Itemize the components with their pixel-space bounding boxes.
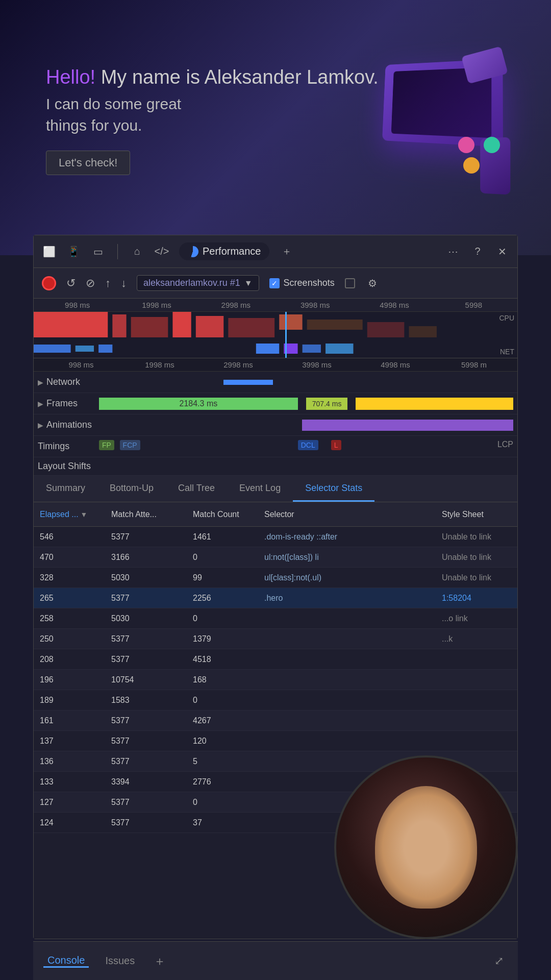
issues-tab[interactable]: Issues (101, 955, 139, 967)
table-row[interactable]: 328 5030 99 ul[class]:not(.ul) Unable to… (34, 568, 517, 588)
tab-selector-stats[interactable]: Selector Stats (293, 476, 374, 502)
table-row[interactable]: 258 5030 0 ...o link (34, 608, 517, 629)
add-tab-icon[interactable]: ＋ (280, 244, 294, 259)
td-elapsed: 124 (34, 818, 105, 827)
l-badge: L (331, 440, 341, 450)
svg-rect-15 (303, 345, 321, 353)
td-match-count: 1461 (187, 532, 258, 542)
screenshots-toggle[interactable]: ✓ Screenshots (269, 278, 335, 288)
download-icon[interactable]: ↓ (121, 277, 127, 290)
more-icon[interactable]: ⋯ (446, 244, 460, 259)
frames-expand-icon[interactable]: ▶ (38, 400, 43, 408)
table-row[interactable]: 265 5377 2256 .hero 1:58204 (34, 588, 517, 608)
td-elapsed: 161 (34, 716, 105, 725)
svg-rect-6 (279, 314, 302, 330)
animations-content (99, 418, 513, 433)
console-tab[interactable]: Console (43, 954, 89, 968)
upload-icon[interactable]: ↑ (105, 277, 111, 290)
time-label-2: 2998 ms (196, 301, 276, 309)
clear-icon[interactable]: ⊘ (86, 277, 95, 290)
time2-label-3: 3998 ms (278, 360, 356, 369)
animations-track: ▶ Animations (34, 414, 517, 436)
timing-markers: FP FCP DCL L LCP (99, 436, 513, 457)
home-icon[interactable]: ⌂ (130, 244, 144, 259)
extra-checkbox[interactable] (345, 278, 355, 288)
th-elapsed[interactable]: Elapsed ... ▼ (34, 510, 105, 519)
network-content (99, 375, 513, 390)
td-match-count: 4267 (187, 716, 258, 725)
td-match-count: 168 (187, 675, 258, 684)
device-toggle-icon[interactable]: 📱 (66, 244, 81, 259)
cpu-bars (34, 312, 497, 337)
tab-call-tree[interactable]: Call Tree (166, 476, 227, 502)
tab-event-log[interactable]: Event Log (227, 476, 293, 502)
drawer-icon[interactable]: ▭ (91, 244, 105, 259)
help-icon[interactable]: ? (470, 244, 485, 259)
table-row[interactable]: 189 1583 0 (34, 690, 517, 710)
table-row[interactable]: 137 5377 120 (34, 731, 517, 751)
table-row[interactable]: 196 10754 168 (34, 670, 517, 690)
th-selector[interactable]: Selector (258, 510, 436, 519)
td-selector: ul:not([class]) li (258, 553, 436, 562)
th-match-count[interactable]: Match Count (187, 510, 258, 519)
td-elapsed: 189 (34, 696, 105, 705)
sub-text: I can do some great things for you. (46, 93, 219, 136)
pip-icon[interactable]: ⤢ (490, 952, 508, 970)
svg-rect-2 (131, 317, 168, 337)
url-chip: aleksanderlamkov.ru #1 ▼ (137, 275, 259, 291)
td-match-att: 5377 (105, 737, 187, 746)
tab-bottom-up[interactable]: Bottom-Up (97, 476, 166, 502)
network-expand-icon[interactable]: ▶ (38, 378, 43, 386)
td-elapsed: 328 (34, 573, 105, 582)
performance-tab-label: Performance (203, 246, 261, 257)
td-match-count: 2256 (187, 594, 258, 603)
table-row[interactable]: 250 5377 1379 ...k (34, 629, 517, 649)
time-label-5: 5998 (434, 301, 513, 309)
td-stylesheet: Unable to link (436, 553, 517, 562)
svg-rect-8 (367, 322, 405, 337)
td-match-att: 5377 (105, 757, 187, 766)
frames-bar-2: 707.4 ms (306, 398, 347, 410)
add-panel-icon[interactable]: ＋ (151, 952, 168, 970)
source-icon[interactable]: </> (155, 244, 169, 259)
network-label: ▶ Network (38, 377, 99, 387)
animations-expand-icon[interactable]: ▶ (38, 421, 43, 429)
table-row[interactable]: 470 3166 0 ul:not([class]) li Unable to … (34, 547, 517, 568)
td-match-count: 37 (187, 818, 258, 827)
website-content: Hello! My name is Aleksander Lamkov. I c… (46, 66, 379, 175)
td-match-count: 0 (187, 696, 258, 705)
svg-rect-13 (256, 344, 279, 354)
td-elapsed: 265 (34, 594, 105, 603)
td-stylesheet: Unable to link (436, 573, 517, 582)
table-row[interactable]: 546 5377 1461 .dom-is-ready ::after Unab… (34, 527, 517, 547)
animations-label: ▶ Animations (38, 420, 99, 430)
reload-icon[interactable]: ↺ (66, 277, 76, 290)
sort-arrow-icon: ▼ (81, 510, 88, 519)
close-icon[interactable]: ✕ (495, 244, 509, 259)
time2-label-4: 4998 ms (356, 360, 435, 369)
td-elapsed: 127 (34, 798, 105, 807)
th-match-att[interactable]: Match Atte... (105, 510, 187, 519)
table-row[interactable]: 208 5377 4518 (34, 649, 517, 670)
screenshots-checkbox[interactable]: ✓ (269, 278, 280, 288)
svg-rect-10 (34, 345, 71, 353)
time2-label-2: 2998 ms (199, 360, 278, 369)
td-stylesheet[interactable]: 1:58204 (436, 594, 517, 603)
fp-badge: FP (99, 440, 114, 450)
settings-icon[interactable]: ⚙ (365, 276, 380, 290)
td-match-count: 5 (187, 757, 258, 766)
performance-tab[interactable]: Performance (179, 242, 269, 260)
time-ruler-1: 998 ms 1998 ms 2998 ms 3998 ms 4998 ms 5… (34, 299, 517, 312)
td-match-count: 2776 (187, 777, 258, 787)
element-picker-icon[interactable]: ⬜ (42, 244, 56, 259)
td-stylesheet: ...k (436, 634, 517, 644)
tab-summary[interactable]: Summary (34, 476, 97, 502)
td-match-att: 5377 (105, 818, 187, 827)
record-button[interactable] (42, 276, 56, 290)
timeline-section-2: 998 ms 1998 ms 2998 ms 3998 ms 4998 ms 5… (34, 358, 517, 372)
bottom-bar: Console Issues ＋ ⤢ (33, 941, 518, 980)
th-stylesheet[interactable]: Style Sheet (436, 510, 517, 519)
time-label-1: 1998 ms (117, 301, 196, 309)
table-row[interactable]: 161 5377 4267 (34, 710, 517, 731)
cta-button[interactable]: Let's check! (46, 151, 130, 175)
